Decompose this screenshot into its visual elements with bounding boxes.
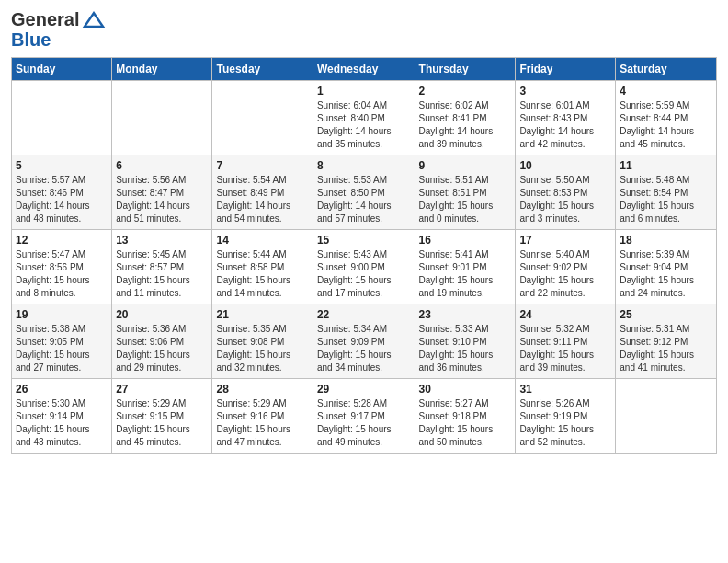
calendar-cell: 10Sunrise: 5:50 AM Sunset: 8:53 PM Dayli… xyxy=(516,155,616,230)
day-info: Sunrise: 5:39 AM Sunset: 9:04 PM Dayligh… xyxy=(620,248,712,300)
day-info: Sunrise: 5:44 AM Sunset: 8:58 PM Dayligh… xyxy=(216,248,308,300)
day-info: Sunrise: 5:31 AM Sunset: 9:12 PM Dayligh… xyxy=(620,323,712,374)
day-number: 27 xyxy=(116,383,208,396)
day-number: 8 xyxy=(317,159,411,172)
day-number: 1 xyxy=(317,85,411,98)
calendar-week-row: 5Sunrise: 5:57 AM Sunset: 8:46 PM Daylig… xyxy=(12,155,717,230)
calendar-week-row: 19Sunrise: 5:38 AM Sunset: 9:05 PM Dayli… xyxy=(12,304,717,379)
day-number: 18 xyxy=(620,234,712,247)
day-info: Sunrise: 5:29 AM Sunset: 9:16 PM Dayligh… xyxy=(216,397,308,449)
day-number: 17 xyxy=(519,234,611,247)
day-number: 14 xyxy=(216,234,308,247)
calendar-cell: 16Sunrise: 5:41 AM Sunset: 9:01 PM Dayli… xyxy=(415,230,516,304)
calendar-cell: 7Sunrise: 5:54 AM Sunset: 8:49 PM Daylig… xyxy=(212,155,313,230)
day-number: 25 xyxy=(620,308,712,321)
day-number: 5 xyxy=(16,159,108,172)
day-number: 6 xyxy=(116,159,208,172)
calendar-cell: 9Sunrise: 5:51 AM Sunset: 8:51 PM Daylig… xyxy=(415,155,516,230)
calendar-cell: 30Sunrise: 5:27 AM Sunset: 9:18 PM Dayli… xyxy=(415,379,516,454)
calendar-cell: 24Sunrise: 5:32 AM Sunset: 9:11 PM Dayli… xyxy=(516,304,616,379)
day-number: 16 xyxy=(419,234,512,247)
day-info: Sunrise: 5:28 AM Sunset: 9:17 PM Dayligh… xyxy=(317,397,411,449)
day-info: Sunrise: 5:33 AM Sunset: 9:10 PM Dayligh… xyxy=(419,323,512,374)
day-info: Sunrise: 5:30 AM Sunset: 9:14 PM Dayligh… xyxy=(16,397,108,449)
calendar-cell xyxy=(616,379,717,454)
day-info: Sunrise: 5:36 AM Sunset: 9:06 PM Dayligh… xyxy=(116,323,208,374)
calendar-cell: 1Sunrise: 6:04 AM Sunset: 8:40 PM Daylig… xyxy=(313,81,415,155)
calendar-cell: 26Sunrise: 5:30 AM Sunset: 9:14 PM Dayli… xyxy=(12,379,112,454)
day-info: Sunrise: 5:38 AM Sunset: 9:05 PM Dayligh… xyxy=(16,323,108,374)
day-number: 15 xyxy=(317,234,411,247)
day-info: Sunrise: 5:32 AM Sunset: 9:11 PM Dayligh… xyxy=(519,323,611,374)
day-info: Sunrise: 5:47 AM Sunset: 8:56 PM Dayligh… xyxy=(16,248,108,300)
calendar-cell: 13Sunrise: 5:45 AM Sunset: 8:57 PM Dayli… xyxy=(112,230,212,304)
calendar-header-tuesday: Tuesday xyxy=(212,58,313,81)
day-number: 20 xyxy=(116,308,208,321)
calendar-cell: 8Sunrise: 5:53 AM Sunset: 8:50 PM Daylig… xyxy=(313,155,415,230)
day-info: Sunrise: 5:48 AM Sunset: 8:54 PM Dayligh… xyxy=(620,174,712,225)
day-info: Sunrise: 5:56 AM Sunset: 8:47 PM Dayligh… xyxy=(116,174,208,225)
day-info: Sunrise: 5:57 AM Sunset: 8:46 PM Dayligh… xyxy=(16,174,108,225)
calendar-header-thursday: Thursday xyxy=(415,58,516,81)
calendar-cell: 31Sunrise: 5:26 AM Sunset: 9:19 PM Dayli… xyxy=(516,379,616,454)
calendar-cell: 19Sunrise: 5:38 AM Sunset: 9:05 PM Dayli… xyxy=(12,304,112,379)
day-number: 12 xyxy=(16,234,108,247)
logo-text: GeneralBlue xyxy=(11,9,107,50)
day-number: 2 xyxy=(419,85,512,98)
calendar-cell: 27Sunrise: 5:29 AM Sunset: 9:15 PM Dayli… xyxy=(112,379,212,454)
calendar-cell: 18Sunrise: 5:39 AM Sunset: 9:04 PM Dayli… xyxy=(616,230,717,304)
day-info: Sunrise: 5:45 AM Sunset: 8:57 PM Dayligh… xyxy=(116,248,208,300)
logo-icon xyxy=(81,10,107,29)
day-info: Sunrise: 5:35 AM Sunset: 9:08 PM Dayligh… xyxy=(216,323,308,374)
calendar-header-row: SundayMondayTuesdayWednesdayThursdayFrid… xyxy=(12,58,717,81)
calendar-header-monday: Monday xyxy=(112,58,212,81)
calendar-cell: 20Sunrise: 5:36 AM Sunset: 9:06 PM Dayli… xyxy=(112,304,212,379)
day-number: 10 xyxy=(519,159,611,172)
day-info: Sunrise: 5:41 AM Sunset: 9:01 PM Dayligh… xyxy=(419,248,512,300)
day-number: 21 xyxy=(216,308,308,321)
day-number: 22 xyxy=(317,308,411,321)
day-info: Sunrise: 5:43 AM Sunset: 9:00 PM Dayligh… xyxy=(317,248,411,300)
day-number: 29 xyxy=(317,383,411,396)
day-number: 7 xyxy=(216,159,308,172)
calendar-header-saturday: Saturday xyxy=(616,58,717,81)
day-number: 9 xyxy=(419,159,512,172)
logo: GeneralBlue xyxy=(11,9,107,50)
calendar-header-friday: Friday xyxy=(516,58,616,81)
calendar-cell: 23Sunrise: 5:33 AM Sunset: 9:10 PM Dayli… xyxy=(415,304,516,379)
calendar-cell: 5Sunrise: 5:57 AM Sunset: 8:46 PM Daylig… xyxy=(12,155,112,230)
day-info: Sunrise: 5:26 AM Sunset: 9:19 PM Dayligh… xyxy=(519,397,611,449)
calendar-header-wednesday: Wednesday xyxy=(313,58,415,81)
calendar-cell: 22Sunrise: 5:34 AM Sunset: 9:09 PM Dayli… xyxy=(313,304,415,379)
day-info: Sunrise: 5:54 AM Sunset: 8:49 PM Dayligh… xyxy=(216,174,308,225)
day-number: 3 xyxy=(519,85,611,98)
day-number: 4 xyxy=(620,85,712,98)
calendar-cell: 17Sunrise: 5:40 AM Sunset: 9:02 PM Dayli… xyxy=(516,230,616,304)
calendar-cell xyxy=(112,81,212,155)
day-number: 28 xyxy=(216,383,308,396)
day-number: 24 xyxy=(519,308,611,321)
day-number: 11 xyxy=(620,159,712,172)
calendar-cell: 12Sunrise: 5:47 AM Sunset: 8:56 PM Dayli… xyxy=(12,230,112,304)
day-info: Sunrise: 5:51 AM Sunset: 8:51 PM Dayligh… xyxy=(419,174,512,225)
day-number: 19 xyxy=(16,308,108,321)
calendar-week-row: 1Sunrise: 6:04 AM Sunset: 8:40 PM Daylig… xyxy=(12,81,717,155)
day-info: Sunrise: 5:40 AM Sunset: 9:02 PM Dayligh… xyxy=(519,248,611,300)
day-info: Sunrise: 5:27 AM Sunset: 9:18 PM Dayligh… xyxy=(419,397,512,449)
calendar-cell xyxy=(12,81,112,155)
calendar-cell: 14Sunrise: 5:44 AM Sunset: 8:58 PM Dayli… xyxy=(212,230,313,304)
day-info: Sunrise: 5:34 AM Sunset: 9:09 PM Dayligh… xyxy=(317,323,411,374)
day-info: Sunrise: 6:04 AM Sunset: 8:40 PM Dayligh… xyxy=(317,99,411,151)
calendar-cell: 29Sunrise: 5:28 AM Sunset: 9:17 PM Dayli… xyxy=(313,379,415,454)
day-info: Sunrise: 5:50 AM Sunset: 8:53 PM Dayligh… xyxy=(519,174,611,225)
day-info: Sunrise: 5:59 AM Sunset: 8:44 PM Dayligh… xyxy=(620,99,712,151)
calendar-cell: 28Sunrise: 5:29 AM Sunset: 9:16 PM Dayli… xyxy=(212,379,313,454)
calendar-cell: 21Sunrise: 5:35 AM Sunset: 9:08 PM Dayli… xyxy=(212,304,313,379)
day-info: Sunrise: 6:01 AM Sunset: 8:43 PM Dayligh… xyxy=(519,99,611,151)
logo-blue: Blue xyxy=(11,29,51,50)
day-number: 13 xyxy=(116,234,208,247)
page: GeneralBlue SundayMondayTuesdayWednesday… xyxy=(0,0,728,463)
day-number: 31 xyxy=(519,383,611,396)
calendar-cell: 4Sunrise: 5:59 AM Sunset: 8:44 PM Daylig… xyxy=(616,81,717,155)
day-info: Sunrise: 5:53 AM Sunset: 8:50 PM Dayligh… xyxy=(317,174,411,225)
